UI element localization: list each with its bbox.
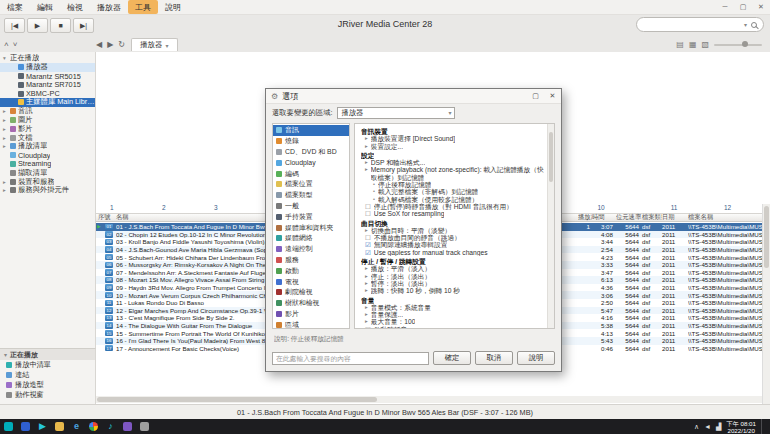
options-category[interactable]: 啟動	[273, 265, 349, 276]
setting-line[interactable]: 設定	[358, 152, 544, 159]
forward-icon[interactable]: ▶	[107, 40, 113, 49]
action-panel-item[interactable]: 播放造型	[0, 380, 95, 390]
expand-arrow-icon[interactable]: ▸	[3, 143, 8, 149]
taskbar-app-icon[interactable]: ▶	[34, 419, 51, 434]
horizontal-scrollbar[interactable]	[96, 396, 762, 403]
action-panel-header[interactable]: ▾ 正在播放	[0, 349, 95, 360]
setting-marker-icon[interactable]: ▸	[365, 287, 368, 294]
options-category[interactable]: 手持裝置	[273, 211, 349, 222]
refresh-icon[interactable]: ↻	[118, 40, 125, 49]
options-category[interactable]: 影片	[273, 309, 349, 320]
close-button[interactable]: ✕	[752, 0, 770, 14]
options-category[interactable]: 區域	[273, 319, 349, 329]
header-bitrate[interactable]: 位元速率	[616, 213, 642, 222]
header-playcount[interactable]: 播放次數	[578, 213, 592, 222]
dialog-titlebar[interactable]: ⚙ 選項 ▢ ✕	[266, 89, 561, 104]
tab-player[interactable]: 播放器 ▾	[131, 38, 178, 51]
options-category[interactable]: 檔案類型	[273, 190, 349, 201]
options-category[interactable]: 電視	[273, 276, 349, 287]
setting-marker-icon[interactable]: •	[373, 188, 375, 195]
vertical-scrollbar[interactable]	[762, 204, 770, 404]
scrollbar-thumb[interactable]	[764, 206, 769, 268]
setting-line[interactable]: ▸ 切換曲目時：平滑（淡變）	[358, 227, 544, 234]
zone-dropdown[interactable]: 播放器 ▾	[337, 107, 455, 119]
minimize-button[interactable]: ─	[716, 0, 734, 14]
collapse-icon[interactable]: ˄	[4, 40, 9, 49]
setting-marker-icon[interactable]: ▸	[365, 280, 368, 287]
scrollbar-thumb[interactable]	[549, 132, 553, 182]
expand-arrow-icon[interactable]: ▸	[3, 108, 8, 114]
show-desktop-button[interactable]	[761, 419, 765, 434]
action-panel-item[interactable]: 播放中清單	[0, 360, 95, 370]
sidebar-item[interactable]: ▸ 文檔	[0, 133, 95, 142]
view-grid-icon[interactable]: ▦	[689, 40, 697, 49]
taskbar-app-icon[interactable]	[51, 419, 68, 434]
back-icon[interactable]: ◀	[96, 40, 102, 49]
setting-marker-icon[interactable]: ☐	[365, 234, 371, 241]
options-category[interactable]: 服務	[273, 255, 349, 266]
header-filetype[interactable]: 檔案類型	[642, 213, 662, 222]
options-category[interactable]: 燒錄	[273, 136, 349, 147]
thumbnail-size-slider[interactable]	[714, 44, 762, 46]
help-button[interactable]: 說明	[517, 351, 555, 365]
setting-line[interactable]: 音量	[358, 297, 544, 304]
setting-marker-icon[interactable]: ▸	[365, 265, 368, 272]
setting-line[interactable]: ☐ 停止(暫停)時靜音播放（對 HDMI 音訊很有用）	[358, 203, 544, 210]
setting-marker-icon[interactable]: ▸	[365, 166, 368, 173]
setting-line[interactable]: ☑ Use gapless for manual track changes	[358, 249, 544, 256]
search-input[interactable]: ▾	[636, 17, 764, 32]
options-category[interactable]: 一般	[273, 201, 349, 212]
setting-line[interactable]: ▸ 裝置設定...	[358, 143, 544, 150]
setting-line[interactable]: ☐ 不播放曲目間的靜音（跳過）	[358, 234, 544, 241]
taskbar-clock[interactable]: 下午 08:01 2022/1/20	[726, 420, 756, 434]
expand-arrow-icon[interactable]: ▸	[3, 179, 8, 185]
scrollbar-thumb[interactable]	[97, 397, 377, 402]
setting-marker-icon[interactable]: ☐	[365, 203, 371, 210]
sidebar-item[interactable]: 播放器	[0, 63, 95, 72]
taskbar-app-icon[interactable]: e	[68, 419, 85, 434]
options-category[interactable]: Cloudplay	[273, 157, 349, 168]
options-category[interactable]: 媒體網絡	[273, 233, 349, 244]
taskbar-app-icon[interactable]	[17, 419, 34, 434]
setting-line[interactable]: ▸ 音量保護...	[358, 311, 544, 318]
ok-button[interactable]: 確定	[433, 351, 471, 365]
setting-line[interactable]: ▸ 暫停：淡出（淡出）	[358, 280, 544, 287]
setting-marker-icon[interactable]: •	[373, 181, 375, 188]
expand-arrow-icon[interactable]: ▾	[3, 55, 8, 61]
view-detail-icon[interactable]: ▧	[701, 40, 709, 49]
sidebar-item[interactable]: Marantz SR7015	[0, 80, 95, 89]
action-panel-item[interactable]: 動作視窗	[0, 390, 95, 400]
menu-item[interactable]: 編輯	[30, 0, 60, 14]
setting-line[interactable]: ▸ 播放：平滑（淡入）	[358, 265, 544, 272]
panel-scrollbar[interactable]	[547, 124, 554, 328]
header-date[interactable]: 日期	[662, 213, 688, 222]
sidebar-item[interactable]: ▸ 服務與外掛元件	[0, 186, 95, 195]
options-category[interactable]: 樹狀和檢視	[273, 298, 349, 309]
taskbar-app-icon[interactable]	[0, 419, 17, 434]
options-category[interactable]: CD、DVD 和 BD	[273, 147, 349, 158]
setting-marker-icon[interactable]: ▸	[365, 311, 368, 318]
options-category[interactable]: 檔案位置	[273, 179, 349, 190]
sidebar-item[interactable]: ▸ 音訊	[0, 107, 95, 116]
setting-line[interactable]: • 停止後釋放記憶體	[358, 181, 544, 188]
setting-line[interactable]: • 載入完整檔案（非解碼）到記憶體	[358, 188, 544, 195]
setting-line[interactable]: ▸ 跳轉：快轉 10 秒，倒轉 10 秒	[358, 287, 544, 294]
view-list-icon[interactable]: ▤	[676, 40, 684, 49]
dialog-maximize-button[interactable]: ▢	[527, 89, 544, 103]
taskbar-app-icon[interactable]	[119, 419, 136, 434]
network-icon[interactable]: ▟	[716, 423, 721, 431]
setting-marker-icon[interactable]: ▸	[365, 318, 368, 325]
sidebar-item[interactable]: ▸ 圖片	[0, 116, 95, 125]
options-category[interactable]: 編碼	[273, 168, 349, 179]
menu-item[interactable]: 檔案	[0, 0, 30, 14]
taskbar-app-icon[interactable]: ♪	[102, 419, 119, 434]
setting-line[interactable]: • 載入解碼檔案（使用較多記憶體）	[358, 196, 544, 203]
sidebar-item[interactable]: Marantz SR5015	[0, 72, 95, 81]
menu-item[interactable]: 播放器	[90, 0, 128, 14]
setting-marker-icon[interactable]: ▸	[365, 227, 368, 234]
header-seq[interactable]: 序號	[96, 213, 116, 222]
setting-marker-icon[interactable]: ▸	[365, 273, 368, 280]
taskbar-app-icon[interactable]	[136, 419, 153, 434]
action-panel-item[interactable]: 連結	[0, 370, 95, 380]
options-search-input[interactable]	[272, 352, 429, 365]
